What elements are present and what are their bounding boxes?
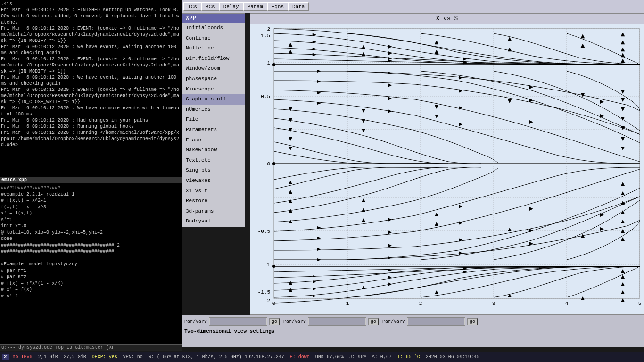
svg-text:4: 4 bbox=[565, 301, 569, 306]
battery-indicator: E: down bbox=[288, 354, 312, 360]
menu-item-initialconds[interactable]: Initialconds bbox=[182, 23, 245, 33]
emacs-status: U:--- dynsys2d.ode Top L3 Git:master (XF bbox=[0, 344, 182, 351]
go-button-2[interactable]: go bbox=[368, 318, 379, 325]
svg-text:-2: -2 bbox=[264, 298, 270, 304]
bottom-inputs: Par/Var? go Par/Var? go Par/Var? go bbox=[182, 315, 644, 328]
menu-item-kinescope[interactable]: Kinescope bbox=[182, 84, 245, 95]
menu-item-graphic-stuff[interactable]: Graphic stuff bbox=[182, 94, 245, 105]
emacs-bar: emacs-xpp bbox=[0, 177, 182, 183]
unk-indicator: UNK 67,66% bbox=[314, 354, 346, 360]
svg-text:1: 1 bbox=[267, 60, 270, 66]
go-button-1[interactable]: go bbox=[269, 318, 280, 325]
svg-point-156 bbox=[272, 162, 275, 165]
emacs-bar-label: emacs-xpp bbox=[1, 177, 27, 182]
plot-area: X vs S bbox=[250, 13, 644, 315]
terminal-log: .41s Fri Mar 6 09:09:47 2020 : FINISHED … bbox=[1, 1, 181, 148]
svg-point-155 bbox=[272, 63, 275, 66]
vpn-indicator: VPN: no bbox=[121, 354, 145, 360]
xpp-menu-title: XPP bbox=[182, 14, 245, 23]
param-group-3: Par/Var? go bbox=[382, 317, 478, 326]
line-number-badge: 2 bbox=[2, 354, 9, 360]
param-label-3: Par/Var? bbox=[382, 319, 405, 324]
toolbar-buttons-container: ICsBCsDelayParamEqnsData bbox=[183, 2, 309, 11]
menu-item-restore[interactable]: Restore bbox=[182, 196, 245, 206]
temp-indicator: T: 65 °C bbox=[396, 354, 422, 360]
svg-text:0.5: 0.5 bbox=[261, 94, 270, 99]
param-label-1: Par/Var? bbox=[184, 319, 207, 324]
svg-text:0: 0 bbox=[267, 161, 270, 167]
toolbar-btn-param[interactable]: Param bbox=[243, 2, 267, 11]
toolbar-btn-data[interactable]: Data bbox=[288, 2, 309, 11]
plot-svg: 0 0.5 -0.5 1 -1 1.5 -1.5 2 -2 0 1 2 3 4 … bbox=[250, 24, 644, 307]
menu-item-numerics[interactable]: nUmerics bbox=[182, 105, 245, 115]
menu-item-file[interactable]: File bbox=[182, 115, 245, 125]
svg-text:1.5: 1.5 bbox=[261, 33, 270, 39]
param-input-2[interactable] bbox=[309, 318, 365, 325]
dhcp-indicator: DHCP: yes bbox=[90, 354, 119, 360]
menu-item-nullcline[interactable]: Nullcline bbox=[182, 43, 245, 54]
param-group-1: Par/Var? go bbox=[184, 317, 280, 326]
menu-item-3d-params[interactable]: 3d-params bbox=[182, 206, 245, 217]
param-input-container-3 bbox=[407, 317, 465, 326]
param-input-3[interactable] bbox=[408, 318, 464, 325]
delta-indicator: Δ: 0,67 bbox=[370, 354, 394, 360]
svg-text:2: 2 bbox=[419, 301, 422, 306]
menu-item-sing-pts[interactable]: Sing pts bbox=[182, 165, 245, 176]
bottom-status: Two-dimensional view settings bbox=[182, 328, 644, 335]
svg-text:1: 1 bbox=[346, 301, 349, 306]
xpp-menu[interactable]: XPP InitialcondsContinueNullclineDir.fie… bbox=[182, 13, 245, 227]
datetime-indicator: 2020-03-06 09:19:45 bbox=[424, 354, 481, 360]
menu-item-text-etc[interactable]: Text,etc bbox=[182, 156, 245, 166]
memory-indicator: 2,1 GiB bbox=[36, 354, 60, 360]
svg-text:-0.5: -0.5 bbox=[258, 229, 270, 234]
svg-text:3: 3 bbox=[492, 301, 495, 306]
bottom-controls: Par/Var? go Par/Var? go Par/Var? go Two-… bbox=[182, 315, 644, 347]
system-status-bar: 2 no IPv6 2,1 GiB 27,2 GiB DHCP: yes VPN… bbox=[0, 352, 644, 362]
svg-point-157 bbox=[272, 265, 275, 268]
param-input-container-2 bbox=[308, 317, 366, 326]
param-group-2: Par/Var? go bbox=[283, 317, 379, 326]
menu-item-erase[interactable]: Erase bbox=[182, 135, 245, 146]
param-input-1[interactable] bbox=[210, 318, 266, 325]
toolbar-btn-bcs[interactable]: BCs bbox=[201, 2, 219, 11]
svg-text:-1: -1 bbox=[264, 262, 271, 268]
menu-item-makewindow[interactable]: Makewindow bbox=[182, 145, 245, 156]
svg-text:2: 2 bbox=[267, 26, 270, 32]
menu-item-bndryval[interactable]: Bndryval bbox=[182, 216, 245, 227]
param-label-2: Par/Var? bbox=[283, 319, 306, 324]
menu-item-dir-field-flow[interactable]: Dir.field/flow bbox=[182, 54, 245, 64]
menu-item-parameters[interactable]: Parameters bbox=[182, 125, 245, 135]
j-indicator: J: 96% bbox=[347, 354, 368, 360]
xpp-menu-items: InitialcondsContinueNullclineDir.field/f… bbox=[182, 23, 245, 227]
menu-item-viewaxes[interactable]: Viewaxes bbox=[182, 176, 245, 186]
disk-indicator: 27,2 GiB bbox=[62, 354, 88, 360]
toolbar-btn-eqns[interactable]: Eqns bbox=[267, 2, 288, 11]
emacs-status-text: U:--- dynsys2d.ode Top L3 Git:master (XF bbox=[1, 345, 115, 350]
network-indicator: W: ( 66% at KIS, 1 Mb/s, 2,5 GHz) 192.16… bbox=[147, 354, 286, 360]
emacs-editor[interactable]: ####1D############### #example 2.2.1- ro… bbox=[0, 184, 182, 344]
param-input-container-1 bbox=[209, 317, 267, 326]
top-toolbar: ICsBCsDelayParamEqnsData bbox=[182, 0, 644, 13]
toolbar-btn-delay[interactable]: Delay bbox=[219, 2, 243, 11]
plot-canvas: 0 0.5 -0.5 1 -1 1.5 -1.5 2 -2 0 1 2 3 4 … bbox=[250, 24, 644, 307]
svg-text:0: 0 bbox=[272, 301, 276, 306]
plot-title: X vs S bbox=[250, 14, 644, 24]
menu-item-continue[interactable]: Continue bbox=[182, 33, 245, 44]
toolbar-btn-ics[interactable]: ICs bbox=[183, 2, 201, 11]
menu-item-phasespace[interactable]: phAsespace bbox=[182, 74, 245, 84]
emacs-code: ####1D############### #example 2.2.1- ro… bbox=[1, 185, 181, 299]
menu-item-xi-vs-t[interactable]: Xi vs t bbox=[182, 186, 245, 197]
no-ipv6-indicator: no IPv6 bbox=[11, 354, 34, 360]
go-button-3[interactable]: go bbox=[467, 318, 478, 325]
svg-text:5: 5 bbox=[638, 301, 642, 306]
svg-text:-1.5: -1.5 bbox=[258, 289, 270, 295]
menu-item-window-zoom[interactable]: Window/zoom bbox=[182, 64, 245, 74]
